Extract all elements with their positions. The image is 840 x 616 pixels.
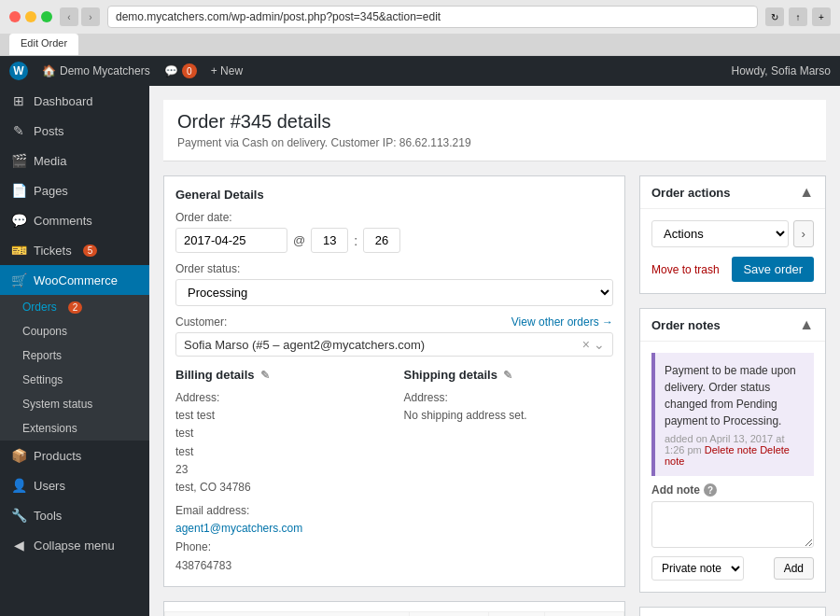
general-details-title: General Details	[175, 188, 613, 202]
browser-chrome: ‹ › demo.mycatchers.com/wp-admin/post.ph…	[0, 0, 840, 56]
billing-address-line-2: test	[175, 425, 385, 442]
email-label: Email address:	[175, 504, 385, 517]
sidebar-item-extensions[interactable]: Extensions	[0, 416, 149, 441]
page-title-area: Order #345 details Payment via Cash on d…	[163, 100, 826, 161]
phone-label: Phone:	[175, 540, 385, 553]
sidebar-item-system-status[interactable]: System status	[0, 392, 149, 416]
note-type-select[interactable]: Private note	[651, 556, 744, 581]
order-status-label: Order status:	[175, 262, 613, 275]
save-order-button[interactable]: Save order	[732, 257, 814, 282]
shipping-title-text: Shipping details	[404, 368, 497, 382]
order-date-row: Order date: @ :	[175, 211, 613, 253]
sidebar-item-media[interactable]: 🎬 Media	[0, 146, 149, 175]
wp-admin-bar: W 🏠 Demo Mycatchers 💬 0 + New Howdy, Sof…	[0, 56, 840, 86]
site-name[interactable]: 🏠 Demo Mycatchers	[42, 64, 150, 77]
reload-button[interactable]: ↻	[765, 7, 784, 26]
sidebar-item-products[interactable]: 📦 Products	[0, 441, 149, 470]
at-separator: @	[293, 233, 305, 247]
sidebar-item-orders[interactable]: Orders 2	[0, 295, 149, 319]
customer-name-value: Sofia Marso (#5 – agent2@mycatchers.com)	[184, 338, 579, 352]
minimize-button[interactable]	[25, 11, 36, 22]
sidebar-item-comments[interactable]: 💬 Comments	[0, 205, 149, 235]
billing-title-text: Billing details	[175, 368, 255, 382]
shipping-edit-icon[interactable]: ✎	[503, 369, 512, 382]
col-qty-header: Qty	[488, 612, 544, 616]
sidebar-item-settings[interactable]: Settings	[0, 368, 149, 392]
items-metabox: Item Cost Qty Total	[163, 601, 625, 616]
pages-icon: 📄	[11, 183, 26, 198]
billing-address-line-5: test, CO 34786	[175, 479, 385, 497]
main-content: Order #345 details Payment via Cash on d…	[149, 86, 840, 616]
collapse-icon: ◀	[11, 538, 26, 553]
customer-select[interactable]: Sofia Marso (#5 – agent2@mycatchers.com)…	[175, 332, 613, 357]
note-text: Payment to be made upon delivery. Order …	[665, 362, 805, 429]
media-icon: 🎬	[11, 153, 26, 168]
col-cost-header: Cost	[410, 612, 489, 616]
customer-dropdown-icon[interactable]: ⌄	[594, 337, 605, 352]
customer-clear-icon[interactable]: ×	[582, 337, 590, 352]
order-actions-toggle[interactable]: ▲	[799, 184, 814, 201]
note-meta: added on April 13, 2017 at 1:26 pm Delet…	[665, 433, 805, 467]
add-note-button[interactable]: Add	[774, 557, 814, 580]
customer-label: Customer:	[175, 315, 227, 329]
order-note: Payment to be made upon delivery. Order …	[651, 353, 814, 476]
order-status-select[interactable]: Processing	[175, 279, 613, 306]
share-button[interactable]: ↑	[789, 7, 807, 26]
new-content-button[interactable]: + New	[211, 64, 243, 77]
forward-button[interactable]: ›	[81, 7, 100, 26]
sidebar-item-tickets[interactable]: 🎫 Tickets 5	[0, 235, 149, 265]
shipping-address-label: Address:	[404, 389, 614, 407]
sidebar-item-posts[interactable]: ✎ Posts	[0, 116, 149, 146]
sidebar-item-users[interactable]: 👤 Users	[0, 470, 149, 500]
add-note-textarea[interactable]	[651, 501, 814, 548]
sidebar-item-coupons[interactable]: Coupons	[0, 319, 149, 343]
general-details-metabox: General Details Order date: @ :	[163, 175, 625, 587]
no-shipping-address: No shipping address set.	[404, 407, 614, 425]
new-tab-button[interactable]: +	[812, 7, 831, 26]
comments-bar-item[interactable]: 💬 0	[164, 63, 197, 78]
user-info[interactable]: Howdy, Sofia Marso	[732, 64, 831, 77]
close-button[interactable]	[9, 11, 21, 22]
address-bar[interactable]: demo.mycatchers.com/wp-admin/post.php?po…	[107, 6, 758, 28]
billing-edit-icon[interactable]: ✎	[260, 369, 270, 382]
dashboard-icon: ⊞	[11, 93, 26, 108]
actions-run-button[interactable]: ›	[793, 220, 814, 247]
billing-address-label: Address:	[175, 389, 385, 407]
order-notes-metabox: Order notes ▲ Payment to be made upon de…	[639, 308, 826, 593]
order-date-input[interactable]	[175, 228, 287, 253]
back-button[interactable]: ‹	[60, 7, 78, 26]
actions-dropdown[interactable]: Actions	[651, 220, 789, 247]
help-icon: ?	[704, 483, 717, 497]
order-status-row: Order status: Processing	[175, 262, 613, 306]
sidebar-item-woocommerce[interactable]: 🛒 WooCommerce	[0, 265, 149, 295]
order-actions-title: Order actions	[651, 186, 731, 200]
traffic-lights	[9, 11, 52, 22]
browser-tab[interactable]: Edit Order	[9, 34, 78, 55]
comments-icon: 💬	[11, 213, 26, 228]
time-hour-input[interactable]	[311, 228, 348, 253]
move-to-trash-link[interactable]: Move to trash	[651, 263, 720, 276]
tickets-icon: 🎫	[11, 243, 26, 258]
sidebar-item-dashboard[interactable]: ⊞ Dashboard	[0, 86, 149, 116]
maximize-button[interactable]	[41, 11, 52, 22]
add-note-label: Add note ?	[651, 483, 814, 497]
time-minute-input[interactable]	[363, 228, 400, 253]
delete-note-link[interactable]: Delete note	[705, 444, 757, 455]
items-table: Item Cost Qty Total	[164, 611, 624, 616]
home-icon: 🏠	[42, 64, 56, 77]
billing-address: Address: test test test test 23 test, CO…	[175, 389, 385, 497]
sidebar-item-pages[interactable]: 📄 Pages	[0, 175, 149, 205]
billing-address-line-1: test test	[175, 407, 385, 425]
billing-section: Billing details ✎ Address: test test tes…	[175, 368, 385, 575]
tools-icon: 🔧	[11, 508, 26, 523]
comment-icon: 💬	[164, 64, 178, 77]
billing-email[interactable]: agent1@mycatchers.com	[175, 522, 302, 535]
sidebar-item-tools[interactable]: 🔧 Tools	[0, 500, 149, 530]
order-actions-metabox: Order actions ▲ Actions › Move to trash	[639, 175, 826, 294]
order-notes-toggle[interactable]: ▲	[799, 316, 814, 333]
sidebar-item-reports[interactable]: Reports	[0, 343, 149, 368]
view-other-orders-link[interactable]: View other orders →	[511, 315, 613, 329]
wp-logo[interactable]: W	[9, 62, 28, 80]
sidebar-item-collapse[interactable]: ◀ Collapse menu	[0, 530, 149, 560]
col-item-header: Item	[165, 612, 410, 616]
